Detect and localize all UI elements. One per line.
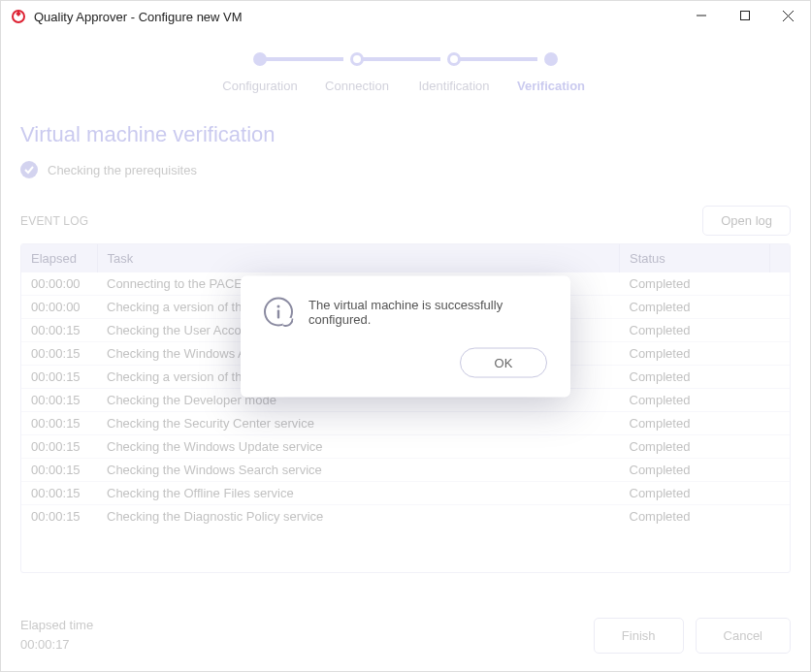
minimize-button[interactable] — [679, 1, 723, 30]
cell-status: Completed — [620, 412, 770, 435]
titlebar: Quality Approver - Configure new VM — [1, 1, 810, 32]
check-icon — [20, 161, 38, 178]
cell-spacer — [770, 435, 791, 459]
step-connector — [357, 57, 440, 61]
table-row[interactable]: 00:00:15Checking the Offline Files servi… — [21, 482, 790, 505]
cell-task: Checking the Diagnostic Policy service — [97, 505, 620, 528]
step-connector — [260, 57, 343, 61]
cell-elapsed: 00:00:15 — [21, 389, 97, 412]
success-dialog: The virtual machine is successfully conf… — [241, 275, 570, 397]
finish-button[interactable]: Finish — [594, 618, 684, 654]
step-dot-configuration — [253, 52, 267, 66]
step-label-verification[interactable]: Verification — [517, 79, 585, 93]
col-header-elapsed[interactable]: Elapsed — [21, 244, 97, 272]
cell-status: Completed — [620, 342, 770, 366]
cell-task: Checking the Windows Search service — [97, 459, 620, 482]
cell-spacer — [770, 272, 791, 296]
subtitle-text: Checking the prerequisites — [48, 163, 197, 177]
open-log-button[interactable]: Open log — [702, 206, 791, 236]
subtitle-row: Checking the prerequisites — [20, 161, 791, 178]
col-header-spacer — [770, 244, 791, 272]
cell-status: Completed — [620, 366, 770, 389]
step-label-configuration[interactable]: Configuration — [222, 79, 297, 93]
cell-elapsed: 00:00:15 — [21, 459, 97, 482]
cell-task: Checking the Windows Update service — [97, 435, 620, 459]
wizard-stepper: Configuration Connection Identification … — [20, 51, 791, 93]
cell-elapsed: 00:00:15 — [21, 366, 97, 389]
cell-elapsed: 00:00:15 — [21, 505, 97, 528]
cell-elapsed: 00:00:00 — [21, 296, 97, 319]
cell-elapsed: 00:00:15 — [21, 412, 97, 435]
footer: Elapsed time 00:00:17 Finish Cancel — [20, 616, 791, 654]
window-title: Quality Approver - Configure new VM — [34, 10, 243, 24]
table-row[interactable]: 00:00:15Checking the Security Center ser… — [21, 412, 790, 435]
info-icon — [264, 297, 293, 326]
cell-spacer — [770, 366, 791, 389]
cell-status: Completed — [620, 272, 770, 296]
step-dot-verification — [544, 52, 558, 66]
step-dot-connection — [350, 52, 364, 66]
step-dot-identification — [447, 52, 461, 66]
maximize-button[interactable] — [723, 1, 766, 30]
svg-rect-6 — [277, 309, 279, 318]
elapsed-time-label: Elapsed time — [20, 616, 93, 635]
cell-spacer — [770, 505, 791, 528]
app-logo-icon — [11, 9, 26, 24]
cell-spacer — [770, 342, 791, 366]
app-window: Quality Approver - Configure new VM Conf… — [0, 0, 811, 672]
cell-status: Completed — [620, 319, 770, 342]
elapsed-time-value: 00:00:17 — [20, 635, 93, 655]
cell-status: Completed — [620, 296, 770, 319]
close-button[interactable] — [766, 1, 810, 30]
cell-elapsed: 00:00:15 — [21, 482, 97, 505]
cell-elapsed: 00:00:00 — [21, 272, 97, 296]
cell-status: Completed — [620, 482, 770, 505]
svg-point-5 — [277, 304, 280, 307]
cell-spacer — [770, 459, 791, 482]
dialog-ok-button[interactable]: OK — [460, 347, 547, 377]
cell-status: Completed — [620, 435, 770, 459]
cell-spacer — [770, 412, 791, 435]
cell-spacer — [770, 296, 791, 319]
dialog-message: The virtual machine is successfully conf… — [308, 297, 547, 326]
cell-status: Completed — [620, 389, 770, 412]
step-connector — [454, 57, 537, 61]
table-row[interactable]: 00:00:15Checking the Windows Search serv… — [21, 459, 790, 482]
cancel-button[interactable]: Cancel — [696, 618, 791, 654]
event-log-label: EVENT LOG — [20, 214, 88, 228]
cell-spacer — [770, 319, 791, 342]
table-row[interactable]: 00:00:15Checking the Windows Update serv… — [21, 435, 790, 459]
cell-status: Completed — [620, 459, 770, 482]
table-row[interactable]: 00:00:15Checking the Diagnostic Policy s… — [21, 505, 790, 528]
step-label-connection[interactable]: Connection — [325, 79, 389, 93]
cell-task: Checking the Security Center service — [97, 412, 620, 435]
col-header-task[interactable]: Task — [97, 244, 620, 272]
cell-elapsed: 00:00:15 — [21, 342, 97, 366]
step-label-identification[interactable]: Identification — [419, 79, 490, 93]
col-header-status[interactable]: Status — [620, 244, 770, 272]
cell-spacer — [770, 482, 791, 505]
cell-status: Completed — [620, 505, 770, 528]
page-title: Virtual machine verification — [20, 122, 791, 147]
cell-spacer — [770, 389, 791, 412]
cell-elapsed: 00:00:15 — [21, 435, 97, 459]
cell-elapsed: 00:00:15 — [21, 319, 97, 342]
cell-task: Checking the Offline Files service — [97, 482, 620, 505]
svg-rect-2 — [740, 12, 749, 20]
